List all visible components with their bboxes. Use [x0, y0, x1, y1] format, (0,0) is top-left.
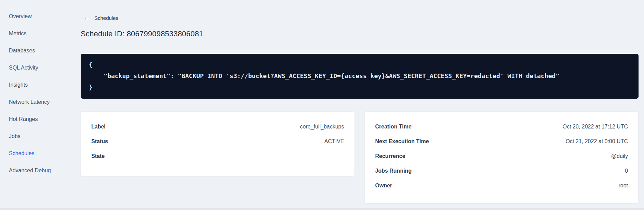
backup-statement-code: { "backup_statement": "BACKUP INTO 's3:/…: [89, 59, 630, 93]
sidebar-item-label: Jobs: [9, 133, 21, 139]
schedule-info-card: Creation Time Oct 20, 2022 at 17:12 UTC …: [365, 111, 639, 203]
detail-row: State: [91, 149, 344, 163]
sidebar-item-label: SQL Activity: [9, 65, 38, 71]
detail-row-value: @daily: [611, 153, 628, 159]
detail-row: Owner root: [375, 178, 628, 193]
sidebar-item-label: Databases: [9, 48, 35, 54]
sidebar-item-insights[interactable]: Insights: [0, 76, 68, 94]
sidebar-item-label: Advanced Debug: [9, 168, 51, 174]
sidebar-item-sql-activity[interactable]: SQL Activity: [0, 59, 68, 76]
sidebar-item-advanced-debug[interactable]: Advanced Debug: [0, 162, 68, 179]
sidebar-item-jobs[interactable]: Jobs: [0, 128, 68, 145]
page-title: Schedule ID: 806799098533806081: [81, 29, 639, 38]
sidebar-item-label: Insights: [9, 82, 28, 88]
sidebar-item-hot-ranges[interactable]: Hot Ranges: [0, 111, 68, 128]
back-arrow-icon: ←: [84, 15, 90, 21]
sidebar: Overview Metrics Databases SQL Activity …: [0, 0, 68, 210]
detail-row-value: Oct 21, 2022 at 0:00 UTC: [566, 138, 628, 145]
detail-row: Recurrence @daily: [375, 149, 628, 163]
sidebar-item-label: Network Latency: [9, 99, 50, 105]
detail-row-value: 0: [625, 168, 628, 174]
detail-row-label: Status: [91, 138, 108, 145]
bottom-scrollbar-track: [0, 208, 644, 210]
detail-row-label: Next Execution Time: [375, 138, 429, 145]
detail-row-label: State: [91, 153, 105, 159]
detail-row: Creation Time Oct 20, 2022 at 17:12 UTC: [375, 119, 628, 134]
sidebar-item-schedules[interactable]: Schedules: [0, 145, 68, 162]
detail-row-value: ACTIVE: [324, 138, 344, 145]
detail-row-label: Label: [91, 124, 106, 130]
sidebar-item-label: Hot Ranges: [9, 116, 38, 122]
detail-row: Next Execution Time Oct 21, 2022 at 0:00…: [375, 134, 628, 149]
detail-row-value: core_full_backups: [300, 124, 344, 130]
back-to-schedules-link[interactable]: ← Schedules: [84, 15, 118, 21]
status-card: Label core_full_backups Status ACTIVE St…: [81, 111, 355, 176]
sidebar-item-databases[interactable]: Databases: [0, 42, 68, 59]
detail-row-label: Jobs Running: [375, 168, 412, 174]
detail-row-value: root: [618, 183, 628, 189]
detail-row: Label core_full_backups: [91, 119, 344, 134]
detail-cards: Label core_full_backups Status ACTIVE St…: [81, 111, 639, 203]
sidebar-item-overview[interactable]: Overview: [0, 8, 68, 25]
detail-row-value: Oct 20, 2022 at 17:12 UTC: [563, 124, 628, 130]
back-link-label: Schedules: [94, 15, 118, 21]
detail-row-label: Recurrence: [375, 153, 405, 159]
detail-row: Jobs Running 0: [375, 163, 628, 178]
sidebar-item-label: Metrics: [9, 30, 27, 37]
sidebar-item-label: Overview: [9, 13, 32, 20]
backup-statement-code-block: { "backup_statement": "BACKUP INTO 's3:/…: [81, 54, 639, 99]
sidebar-item-label: Schedules: [9, 150, 35, 157]
detail-row-label: Creation Time: [375, 124, 412, 130]
main-content: ← Schedules Schedule ID: 806799098533806…: [68, 0, 644, 210]
sidebar-item-metrics[interactable]: Metrics: [0, 25, 68, 42]
detail-row-label: Owner: [375, 183, 392, 189]
sidebar-item-network-latency[interactable]: Network Latency: [0, 94, 68, 111]
detail-row: Status ACTIVE: [91, 134, 344, 149]
